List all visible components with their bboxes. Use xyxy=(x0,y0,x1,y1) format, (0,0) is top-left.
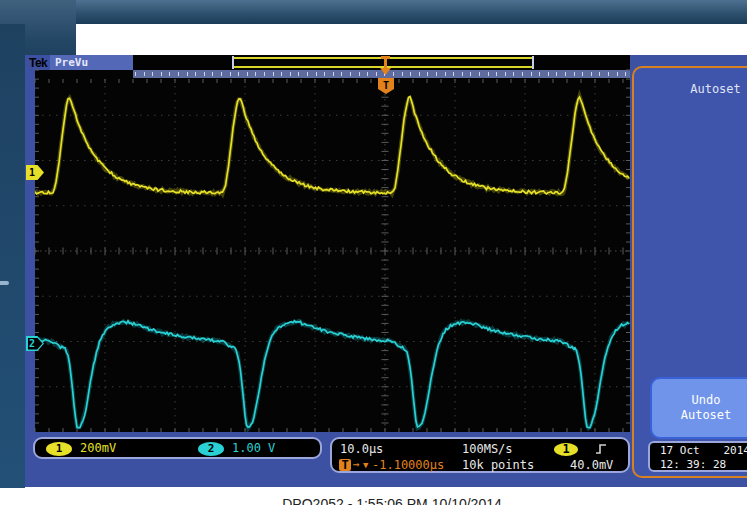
sample-rate: 100MS/s xyxy=(462,441,513,457)
undo-autoset-label-line1: Undo xyxy=(692,393,721,408)
autoset-menu-panel: Autoset Undo Autoset xyxy=(632,66,747,478)
trigger-marker-glyph: ▼ xyxy=(363,457,368,473)
ch2-scale: 1.00 V xyxy=(232,439,275,457)
oscilloscope-screen: Tek PreVu T 1 2 Autoset Undo xyxy=(25,55,747,487)
ch2-ground-marker: 2 xyxy=(26,336,44,351)
trigger-t-icon: T xyxy=(339,459,351,471)
channel-scale-readout: 1 200mV 2 1.00 V xyxy=(33,437,322,459)
record-view-right-bracket xyxy=(532,56,534,69)
time-per-div: 10.0μs xyxy=(340,441,383,457)
date-text: 17 Oct xyxy=(660,444,700,458)
background-top-band xyxy=(0,0,747,24)
record-length: 10k points xyxy=(462,457,534,473)
rising-edge-icon xyxy=(594,442,608,455)
record-view-window xyxy=(233,57,533,68)
acquisition-status-badge: PreVu xyxy=(50,55,133,70)
background-left-column xyxy=(0,24,25,488)
horizontal-ruler xyxy=(133,70,630,78)
undo-autoset-button[interactable]: Undo Autoset xyxy=(650,377,747,439)
datetime-readout: 17 Oct 2014 12: 39: 28 xyxy=(648,441,747,472)
horizontal-trigger-readout: 10.0μs 100MS/s 1 T → ▼ -1.10000μs 10k po… xyxy=(330,437,630,473)
year-text: 2014 xyxy=(724,444,747,458)
screenshot-root: Tek PreVu T 1 2 Autoset Undo xyxy=(0,0,747,505)
trigger-level: 40.0mV xyxy=(570,457,613,473)
ch1-ground-marker: 1 xyxy=(26,165,44,180)
background-left-dash xyxy=(0,281,9,285)
tek-logo: Tek xyxy=(29,56,47,70)
record-view-bar xyxy=(133,55,630,70)
record-view-left-bracket xyxy=(232,56,234,69)
trigger-source-badge: 1 xyxy=(554,443,578,456)
autoset-menu-title: Autoset xyxy=(634,82,747,96)
undo-autoset-label-line2: Autoset xyxy=(681,408,732,423)
time-text: 12: 39: 28 xyxy=(660,458,747,472)
trigger-arrow-glyph: → xyxy=(353,457,360,473)
photo-caption: DPO2052 - 1:55:06 PM 10/10/2014 xyxy=(282,496,501,505)
ch1-scale: 200mV xyxy=(80,439,116,457)
ch2-badge: 2 xyxy=(198,442,224,456)
trigger-position: -1.10000μs xyxy=(372,457,444,473)
graticule-background xyxy=(35,70,630,432)
ch1-badge: 1 xyxy=(46,442,72,456)
